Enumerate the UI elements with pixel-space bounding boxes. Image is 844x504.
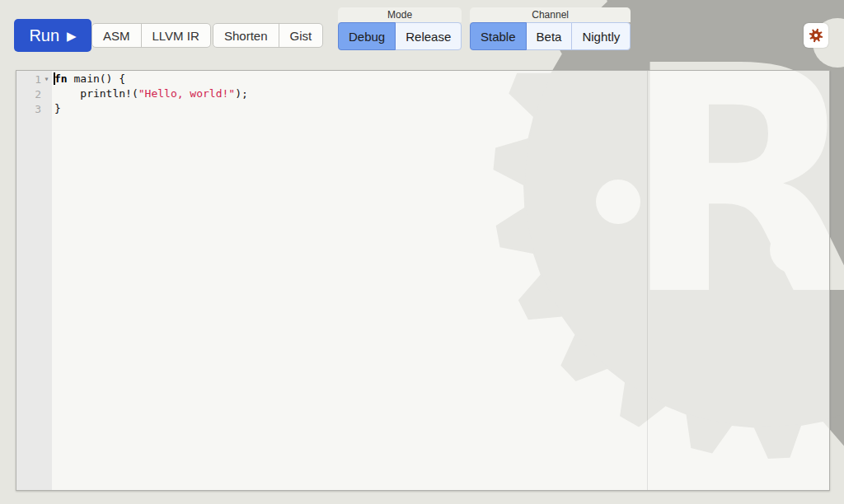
line-number: 3 — [16, 101, 52, 116]
share-button-group: ShortenGist — [213, 23, 323, 48]
channel-group: Channel StableBetaNightly — [470, 7, 631, 50]
mode-legend: Mode — [338, 7, 462, 22]
play-icon: ▶ — [67, 30, 77, 42]
token-keyword: fn — [54, 72, 68, 85]
token-plain: ); — [235, 87, 248, 100]
code-line[interactable]: fn main() { — [52, 72, 829, 86]
gear-icon — [809, 28, 823, 43]
token-plain: main() { — [68, 72, 125, 85]
run-button[interactable]: Run ▶ — [14, 19, 91, 52]
settings-button[interactable] — [804, 23, 828, 48]
print-margin — [647, 71, 648, 490]
channel-option-nightly[interactable]: Nightly — [571, 22, 631, 50]
fold-icon[interactable]: ▾ — [41, 75, 52, 83]
toolbar-button-asm[interactable]: ASM — [92, 24, 141, 47]
toolbar: Run ▶ ASMLLVM IR ShortenGist Mode DebugR… — [0, 0, 844, 58]
editor-code-area[interactable]: fn main() { println!("Hello, world!");} — [52, 71, 829, 490]
run-button-label: Run — [29, 26, 59, 45]
line-number: 2 — [16, 86, 52, 101]
code-editor[interactable]: 1▾23 fn main() { println!("Hello, world!… — [16, 70, 830, 491]
channel-legend: Channel — [470, 7, 631, 22]
line-number: 1▾ — [16, 72, 52, 86]
channel-options: StableBetaNightly — [470, 22, 631, 50]
token-plain: println!( — [54, 87, 138, 100]
code-line[interactable]: println!("Hello, world!"); — [52, 86, 829, 101]
mode-options: DebugRelease — [338, 22, 462, 50]
toolbar-button-gist[interactable]: Gist — [279, 24, 323, 47]
channel-option-stable[interactable]: Stable — [470, 22, 527, 50]
text-cursor — [54, 72, 55, 85]
rust-playground-page: R Run ▶ ASMLLVM IR ShortenGist Mode Debu… — [0, 0, 844, 504]
mode-option-debug[interactable]: Debug — [338, 22, 396, 50]
code-line[interactable]: } — [52, 101, 829, 116]
mode-group: Mode DebugRelease — [338, 7, 462, 50]
token-string: "Hello, world!" — [138, 87, 235, 100]
editor-gutter: 1▾23 — [16, 71, 52, 490]
channel-option-beta[interactable]: Beta — [526, 22, 573, 50]
toolbar-button-llvm-ir[interactable]: LLVM IR — [141, 24, 210, 47]
toolbar-button-shorten[interactable]: Shorten — [213, 24, 279, 47]
output-button-group: ASMLLVM IR — [91, 23, 211, 48]
mode-option-release[interactable]: Release — [395, 22, 462, 50]
token-plain: } — [54, 102, 61, 114]
